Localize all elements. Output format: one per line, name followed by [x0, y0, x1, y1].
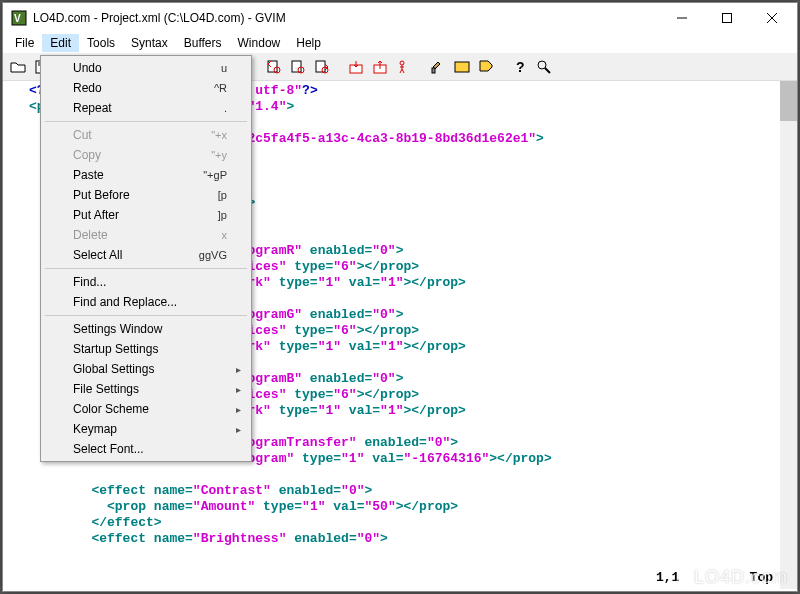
minimize-button[interactable] — [659, 4, 704, 33]
submenu-arrow-icon: ▸ — [236, 424, 241, 435]
menu-item-copy: Copy"+y — [43, 145, 249, 165]
shell-icon[interactable] — [451, 56, 473, 78]
vertical-scrollbar[interactable] — [780, 81, 797, 589]
find-icon[interactable] — [287, 56, 309, 78]
menu-item-select-font[interactable]: Select Font... — [43, 439, 249, 459]
menubar: FileEditToolsSyntaxBuffersWindowHelp — [3, 33, 797, 53]
svg-point-28 — [400, 61, 404, 65]
help-icon[interactable]: ? — [509, 56, 531, 78]
menu-item-put-before[interactable]: Put Before[p — [43, 185, 249, 205]
svg-rect-3 — [722, 14, 731, 23]
watermark-text: LO4D.com — [694, 567, 788, 588]
find-next-icon[interactable] — [311, 56, 333, 78]
titlebar[interactable]: V LO4D.com - Project.xml (C:\LO4D.com) -… — [3, 3, 797, 33]
menu-item-color-scheme[interactable]: Color Scheme▸ — [43, 399, 249, 419]
svg-rect-22 — [292, 61, 301, 72]
menu-item-put-after[interactable]: Put After]p — [43, 205, 249, 225]
menu-item-startup-settings[interactable]: Startup Settings — [43, 339, 249, 359]
menu-separator — [45, 315, 247, 316]
svg-text:V: V — [14, 13, 21, 24]
submenu-arrow-icon: ▸ — [236, 384, 241, 395]
menu-item-keymap[interactable]: Keymap▸ — [43, 419, 249, 439]
submenu-arrow-icon: ▸ — [236, 364, 241, 375]
find-help-icon[interactable] — [533, 56, 555, 78]
menu-item-delete: Deletex — [43, 225, 249, 245]
maximize-button[interactable] — [704, 4, 749, 33]
app-icon: V — [11, 10, 27, 26]
make-icon[interactable] — [427, 56, 449, 78]
window-title: LO4D.com - Project.xml (C:\LO4D.com) - G… — [33, 11, 659, 25]
menu-item-cut: Cut"+x — [43, 125, 249, 145]
menu-item-find[interactable]: Find... — [43, 272, 249, 292]
tags-icon[interactable] — [475, 56, 497, 78]
open-icon[interactable] — [7, 56, 29, 78]
menu-help[interactable]: Help — [288, 34, 329, 52]
menu-item-paste[interactable]: Paste"+gP — [43, 165, 249, 185]
edit-menu-dropdown: UndouRedo^RRepeat.Cut"+xCopy"+yPaste"+gP… — [40, 55, 252, 462]
svg-rect-24 — [316, 61, 325, 72]
menu-item-settings-window[interactable]: Settings Window — [43, 319, 249, 339]
scroll-thumb[interactable] — [780, 81, 797, 121]
svg-point-32 — [538, 61, 546, 69]
menu-syntax[interactable]: Syntax — [123, 34, 176, 52]
svg-text:?: ? — [516, 59, 525, 75]
menu-item-redo[interactable]: Redo^R — [43, 78, 249, 98]
download-icon: ↓ — [668, 568, 688, 588]
menu-item-global-settings[interactable]: Global Settings▸ — [43, 359, 249, 379]
svg-rect-30 — [455, 62, 469, 72]
menu-item-repeat[interactable]: Repeat. — [43, 98, 249, 118]
gvim-window: V LO4D.com - Project.xml (C:\LO4D.com) -… — [2, 2, 798, 592]
menu-tools[interactable]: Tools — [79, 34, 123, 52]
menu-item-undo[interactable]: Undou — [43, 58, 249, 78]
menu-file[interactable]: File — [7, 34, 42, 52]
session-load-icon[interactable] — [345, 56, 367, 78]
menu-buffers[interactable]: Buffers — [176, 34, 230, 52]
watermark: ↓ LO4D.com — [668, 567, 788, 588]
session-save-icon[interactable] — [369, 56, 391, 78]
svg-rect-29 — [432, 68, 435, 73]
close-button[interactable] — [749, 4, 795, 33]
menu-edit[interactable]: Edit — [42, 34, 79, 52]
svg-line-33 — [545, 68, 550, 73]
menu-window[interactable]: Window — [230, 34, 289, 52]
menu-item-find-and-replace[interactable]: Find and Replace... — [43, 292, 249, 312]
menu-separator — [45, 121, 247, 122]
find-prev-icon[interactable] — [263, 56, 285, 78]
run-script-icon[interactable] — [393, 56, 415, 78]
menu-item-select-all[interactable]: Select AllggVG — [43, 245, 249, 265]
menu-separator — [45, 268, 247, 269]
submenu-arrow-icon: ▸ — [236, 404, 241, 415]
menu-item-file-settings[interactable]: File Settings▸ — [43, 379, 249, 399]
